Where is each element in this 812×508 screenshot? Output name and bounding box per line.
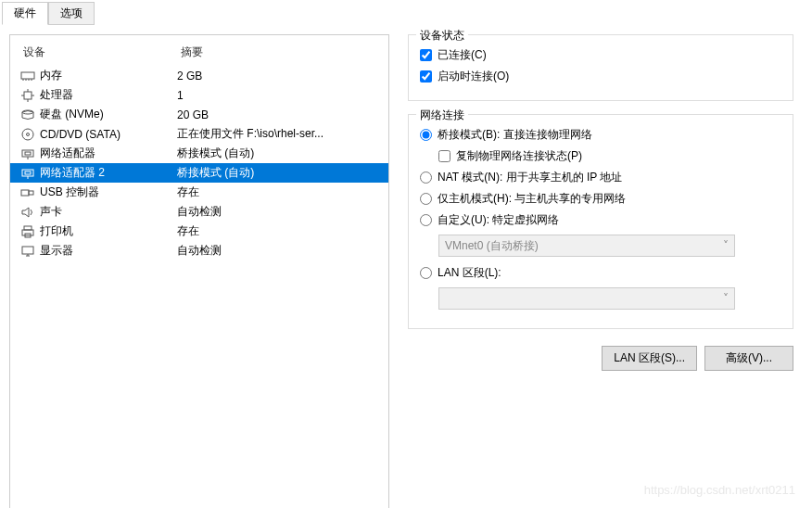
printer-icon [19,224,36,239]
hardware-row[interactable]: 硬盘 (NVMe) 20 GB [10,105,388,124]
nat-label: NAT 模式(N): 用于共享主机的 IP 地址 [438,170,622,185]
svg-rect-22 [22,230,33,235]
tab-bar: 硬件 选项 [0,0,812,25]
hardware-row[interactable]: 显示器 自动检测 [10,241,388,260]
svg-rect-24 [22,247,33,254]
column-header-device: 设备 [23,44,181,60]
disk-icon [19,108,36,122]
network-connection-group: 网络连接 桥接模式(B): 直接连接物理网络 复制物理网络连接状态(P) NAT… [408,114,793,329]
custom-network-value: VMnet0 (自动桥接) [445,238,539,254]
hardware-name: 内存 [40,68,177,83]
host-only-radio-row[interactable]: 仅主机模式(H): 与主机共享的专用网络 [420,188,781,210]
net-icon [19,166,36,181]
hardware-name: 网络适配器 2 [40,165,177,181]
connected-checkbox[interactable] [420,49,432,61]
host-only-label: 仅主机模式(H): 与主机共享的专用网络 [438,191,626,207]
svg-rect-21 [24,226,32,230]
chevron-down-icon: ˅ [723,239,729,252]
custom-network-select: VMnet0 (自动桥接) ˅ [438,235,735,257]
hardware-name: 打印机 [40,223,177,239]
device-status-group: 设备状态 已连接(C) 启动时连接(O) [408,34,793,101]
settings-panel: 设备状态 已连接(C) 启动时连接(O) 网络连接 桥接模式(B): 直接连接物… [399,34,803,508]
connected-label: 已连接(C) [438,47,487,63]
net-icon [19,146,36,161]
svg-point-12 [27,133,30,135]
replicate-checkbox-row[interactable]: 复制物理网络连接状态(P) [438,146,781,167]
hardware-summary: 1 [177,89,379,102]
replicate-checkbox[interactable] [438,150,450,162]
lan-segment-radio[interactable] [420,267,432,279]
hardware-summary: 自动检测 [177,204,379,220]
network-connection-title: 网络连接 [416,108,468,123]
svg-rect-19 [21,190,29,196]
content-area: 设备 摘要 内存 2 GB 处理器 1 硬盘 (NVMe) 20 GB CD/D… [0,25,812,508]
hardware-list: 内存 2 GB 处理器 1 硬盘 (NVMe) 20 GB CD/DVD (SA… [10,66,388,260]
hardware-name: CD/DVD (SATA) [40,128,177,141]
hardware-summary: 存在 [177,184,379,200]
hardware-row[interactable]: USB 控制器 存在 [10,183,388,202]
svg-rect-5 [24,92,32,99]
hardware-row[interactable]: 内存 2 GB [10,66,388,85]
lan-segment-select: ˅ [438,287,735,310]
advanced-button[interactable]: 高级(V)... [704,346,793,371]
lan-segment-label: LAN 区段(L): [438,265,501,281]
sound-icon [19,205,36,220]
chevron-down-icon: ˅ [723,292,729,305]
display-icon [19,244,36,259]
replicate-label: 复制物理网络连接状态(P) [456,148,582,164]
hardware-summary: 桥接模式 (自动) [177,146,379,161]
hardware-name: 网络适配器 [40,146,177,161]
nat-radio[interactable] [420,171,432,184]
device-status-title: 设备状态 [416,28,468,44]
hardware-summary: 存在 [177,223,379,239]
hardware-name: 显示器 [40,243,177,259]
bridged-label: 桥接模式(B): 直接连接物理网络 [438,127,592,143]
hardware-summary: 2 GB [177,70,379,83]
hardware-summary: 20 GB [177,108,379,121]
svg-point-11 [22,129,33,140]
hardware-name: 声卡 [40,204,177,220]
column-header-summary: 摘要 [181,44,379,60]
connected-checkbox-row[interactable]: 已连接(C) [420,44,781,66]
host-only-radio[interactable] [420,193,432,205]
cd-icon [19,127,36,142]
svg-rect-17 [25,171,31,174]
hardware-row[interactable]: 打印机 存在 [10,222,388,241]
nat-radio-row[interactable]: NAT 模式(N): 用于共享主机的 IP 地址 [420,167,781,188]
custom-label: 自定义(U): 特定虚拟网络 [438,212,559,228]
memory-icon [19,69,36,83]
custom-radio-row[interactable]: 自定义(U): 特定虚拟网络 [420,210,781,231]
svg-rect-14 [25,152,31,155]
lan-segments-button[interactable]: LAN 区段(S)... [602,346,697,371]
svg-rect-13 [22,150,33,157]
hardware-row[interactable]: 网络适配器 桥接模式 (自动) [10,144,388,163]
bridged-radio-row[interactable]: 桥接模式(B): 直接连接物理网络 [420,124,781,146]
connect-on-power-checkbox[interactable] [420,70,432,83]
hardware-summary: 桥接模式 (自动) [177,165,379,181]
hardware-summary: 自动检测 [177,243,379,259]
bridged-radio[interactable] [420,129,432,141]
lan-segment-radio-row[interactable]: LAN 区段(L): [420,262,781,284]
hardware-list-panel: 设备 摘要 内存 2 GB 处理器 1 硬盘 (NVMe) 20 GB CD/D… [9,34,389,508]
hardware-row[interactable]: 网络适配器 2 桥接模式 (自动) [10,163,388,183]
tab-hardware[interactable]: 硬件 [2,2,48,25]
hardware-row[interactable]: 处理器 1 [10,85,388,105]
usb-icon [19,185,36,200]
hardware-name: 处理器 [40,87,177,103]
hardware-row[interactable]: 声卡 自动检测 [10,202,388,222]
button-row: LAN 区段(S)... 高级(V)... [408,342,793,375]
svg-rect-20 [29,191,33,195]
svg-rect-0 [21,72,34,79]
tab-options[interactable]: 选项 [48,2,95,25]
custom-radio[interactable] [420,214,432,226]
connect-on-power-label: 启动时连接(O) [438,69,509,84]
hardware-summary: 正在使用文件 F:\iso\rhel-ser... [177,126,379,142]
hardware-name: USB 控制器 [40,184,177,200]
hardware-list-header: 设备 摘要 [10,41,388,66]
hardware-name: 硬盘 (NVMe) [40,107,177,122]
cpu-icon [19,88,36,103]
svg-rect-16 [22,170,33,176]
connect-on-power-checkbox-row[interactable]: 启动时连接(O) [420,66,781,87]
hardware-row[interactable]: CD/DVD (SATA) 正在使用文件 F:\iso\rhel-ser... [10,124,388,144]
